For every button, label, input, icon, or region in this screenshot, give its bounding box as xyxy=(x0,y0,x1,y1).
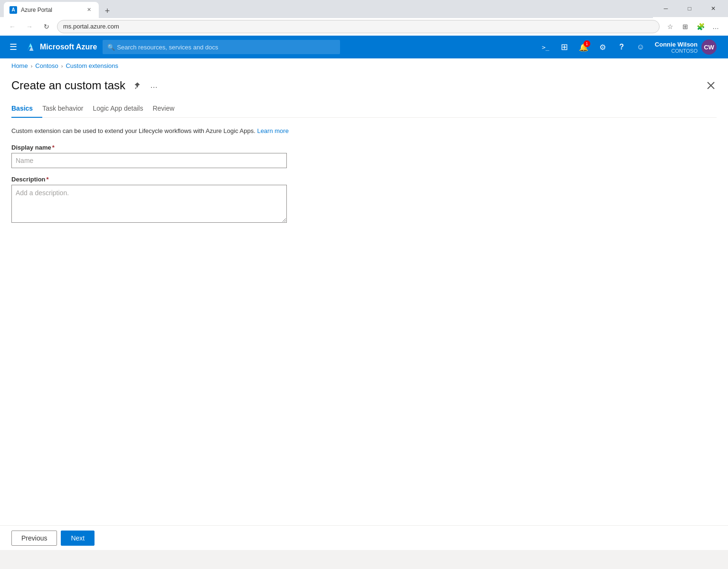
azure-logo-icon xyxy=(25,41,36,53)
address-bar-row: ← → ↻ ☆ ⊞ 🧩 … xyxy=(0,17,728,36)
browser-chrome: A Azure Portal ✕ + ─ □ ✕ ← → ↻ ☆ ⊞ 🧩 … xyxy=(0,0,728,36)
topnav-actions: >_ ⊞ 🔔 1 ⚙ ? ☺ Connie Wilson CONTOSO CW xyxy=(537,38,720,57)
breadcrumb-contoso[interactable]: Contoso xyxy=(35,62,58,69)
azure-logo[interactable]: Microsoft Azure xyxy=(25,41,97,53)
notification-badge: 1 xyxy=(584,40,590,47)
pin-icon xyxy=(133,82,141,89)
tabs-row: Basics Task behavior Logic App details R… xyxy=(11,100,717,118)
page-title: Create an custom task xyxy=(11,79,125,92)
browser-toolbar-icons: ☆ ⊞ 🧩 … xyxy=(663,20,722,33)
tab-task-behavior[interactable]: Task behavior xyxy=(42,100,93,118)
active-browser-tab[interactable]: A Azure Portal ✕ xyxy=(4,2,99,18)
pin-button[interactable] xyxy=(131,80,142,91)
hamburger-menu-button[interactable]: ☰ xyxy=(8,40,19,54)
tab-basics[interactable]: Basics xyxy=(11,100,42,118)
favorites-button[interactable]: ☆ xyxy=(663,20,677,33)
portal-shell: ☰ Microsoft Azure 🔍 >_ ⊞ 🔔 1 ⚙ ? ☺ xyxy=(0,36,728,550)
main-content-area: Home › Contoso › Custom extensions Creat… xyxy=(0,58,728,550)
extensions-button[interactable]: 🧩 xyxy=(694,20,707,33)
help-button[interactable]: ? xyxy=(613,38,630,56)
maximize-button[interactable]: □ xyxy=(679,2,700,15)
notifications-button[interactable]: 🔔 1 xyxy=(575,38,592,56)
user-profile-button[interactable]: Connie Wilson CONTOSO CW xyxy=(651,38,720,57)
svg-line-0 xyxy=(135,87,136,89)
form-description: Custom extension can be used to extend y… xyxy=(11,127,717,134)
more-icon: … xyxy=(150,81,158,90)
address-input[interactable] xyxy=(57,20,660,33)
close-window-button[interactable]: ✕ xyxy=(702,2,724,15)
azure-search-input[interactable] xyxy=(103,40,340,54)
breadcrumb: Home › Contoso › Custom extensions xyxy=(0,58,728,73)
display-name-label: Display name * xyxy=(11,144,717,151)
tab-favicon: A xyxy=(9,6,17,14)
close-panel-button[interactable] xyxy=(705,80,717,91)
display-name-input[interactable] xyxy=(11,153,287,168)
feedback-button[interactable]: ☺ xyxy=(632,38,649,56)
description-label: Description * xyxy=(11,176,717,183)
window-controls: ─ □ ✕ xyxy=(655,2,724,15)
azure-brand-text: Microsoft Azure xyxy=(40,43,97,51)
tab-title: Azure Portal xyxy=(21,7,81,13)
title-bar: A Azure Portal ✕ + ─ □ ✕ xyxy=(0,0,728,17)
settings-button[interactable]: ⚙ xyxy=(594,38,611,56)
breadcrumb-sep-2: › xyxy=(61,63,63,69)
breadcrumb-sep-1: › xyxy=(31,63,33,69)
user-name: Connie Wilson xyxy=(655,41,698,48)
new-tab-button[interactable]: + xyxy=(101,5,114,18)
user-org: CONTOSO xyxy=(655,48,698,54)
azure-topnav: ☰ Microsoft Azure 🔍 >_ ⊞ 🔔 1 ⚙ ? ☺ xyxy=(0,36,728,58)
page-title-row: Create an custom task … xyxy=(11,73,717,100)
forward-button[interactable]: → xyxy=(23,20,36,33)
display-name-field: Display name * xyxy=(11,144,717,168)
page-content: Create an custom task … xyxy=(0,73,728,525)
portal-menu-button[interactable]: ⊞ xyxy=(556,38,573,56)
user-info: Connie Wilson CONTOSO xyxy=(655,41,698,54)
browser-settings-button[interactable]: … xyxy=(709,20,722,33)
tab-bar: A Azure Portal ✕ + xyxy=(4,0,653,18)
description-textarea[interactable] xyxy=(11,185,287,223)
breadcrumb-home[interactable]: Home xyxy=(11,62,28,69)
bottom-bar: Previous Next xyxy=(0,525,728,550)
back-button[interactable]: ← xyxy=(6,20,19,33)
tab-review[interactable]: Review xyxy=(152,100,184,118)
description-field: Description * xyxy=(11,176,717,224)
more-options-button[interactable]: … xyxy=(148,79,160,92)
avatar: CW xyxy=(701,39,717,55)
next-button[interactable]: Next xyxy=(61,531,95,546)
required-star-desc: * xyxy=(47,176,49,183)
search-icon: 🔍 xyxy=(107,44,115,51)
refresh-button[interactable]: ↻ xyxy=(40,20,53,33)
tab-close-button[interactable]: ✕ xyxy=(85,6,93,14)
close-icon xyxy=(707,82,715,89)
tab-logic-app-details[interactable]: Logic App details xyxy=(93,100,153,118)
cloud-shell-button[interactable]: >_ xyxy=(537,38,554,56)
collections-button[interactable]: ⊞ xyxy=(679,20,692,33)
breadcrumb-custom-extensions[interactable]: Custom extensions xyxy=(66,62,118,69)
required-star-name: * xyxy=(52,144,55,151)
previous-button[interactable]: Previous xyxy=(11,531,57,546)
minimize-button[interactable]: ─ xyxy=(655,2,677,15)
azure-search-wrapper: 🔍 xyxy=(103,40,340,54)
learn-more-link[interactable]: Learn more xyxy=(257,127,288,134)
